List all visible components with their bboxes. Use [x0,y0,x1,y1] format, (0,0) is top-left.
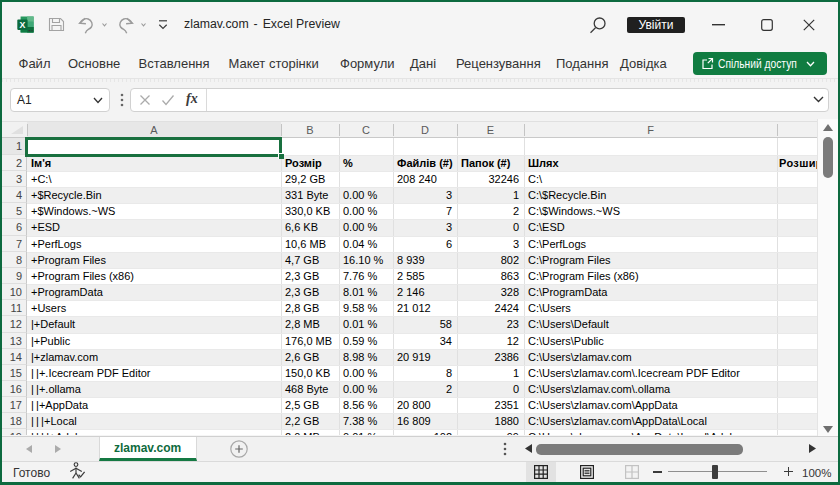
svg-text:X: X [19,20,25,30]
